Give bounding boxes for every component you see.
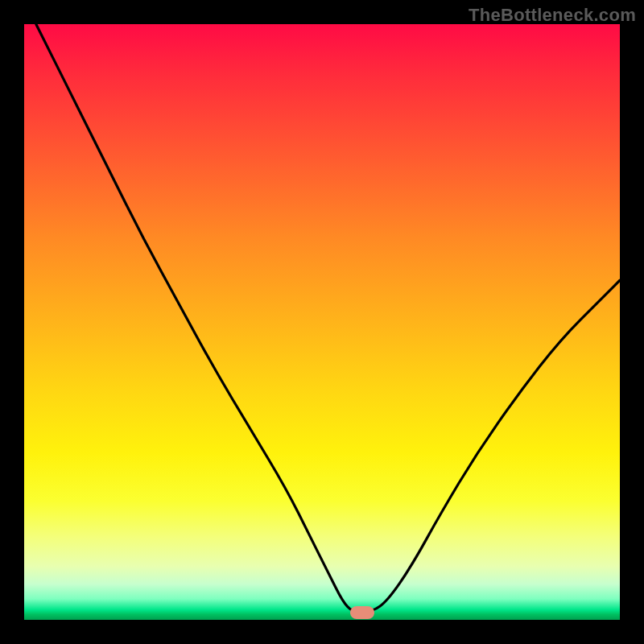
chart-frame: TheBottleneck.com xyxy=(0,0,644,644)
minimum-marker xyxy=(350,606,374,619)
plot-area xyxy=(24,24,620,620)
bottleneck-curve xyxy=(24,24,620,620)
watermark-label: TheBottleneck.com xyxy=(469,5,636,26)
